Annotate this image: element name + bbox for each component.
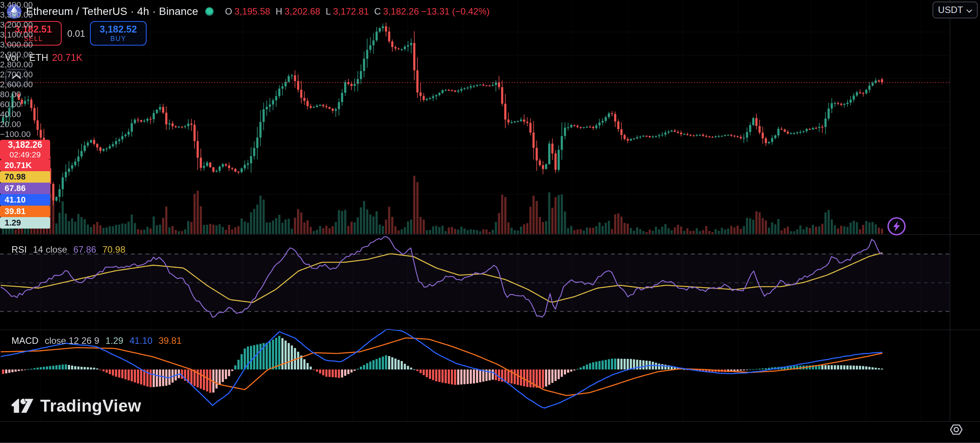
rsi-axis-value-label: 67.86: [0, 183, 50, 194]
price-axis-label: 2,800.00: [0, 60, 50, 70]
macd-signal-axis-label: 39.81: [0, 206, 50, 217]
last-price-label: 3,182.2602:49:29: [0, 140, 50, 160]
macd-hist-value: 1.29: [105, 335, 123, 346]
time-axis-label: 28: [0, 348, 25, 358]
buy-button[interactable]: 3,182.52 BUY: [90, 21, 147, 46]
close-label: C: [374, 6, 381, 17]
symbol-header: Ethereum / TetherUS · 4h · Binance O3,19…: [7, 3, 490, 20]
time-axis-label: 4: [0, 368, 25, 378]
low-value: 3,172.81: [333, 6, 369, 17]
symbol-title[interactable]: Ethereum / TetherUS · 4h · Binance: [26, 5, 198, 18]
rsi-axis-label: 40.00: [0, 110, 50, 119]
time-axis-label: 16: [0, 308, 25, 318]
axis-labels-layer: 3,400.003,300.003,200.003,100.003,000.00…: [0, 0, 50, 388]
rsi-axis-label: 60.00: [0, 100, 50, 110]
tradingview-watermark[interactable]: TradingView: [10, 394, 141, 417]
rsi-value: 67.86: [73, 244, 96, 255]
price-axis-label: 2,900.00: [0, 50, 50, 60]
time-axis-label: 19: [0, 318, 25, 328]
time-axis-label: 7: [0, 278, 25, 288]
time-axis-label: 26: [0, 248, 25, 258]
price-axis-label: 3,100.00: [0, 30, 50, 40]
volume-value: 20.71K: [52, 52, 82, 63]
change-value: −13.31 (−0.42%): [421, 6, 490, 17]
lightning-bolt-icon: [887, 231, 906, 237]
macd-signal-value: 39.81: [158, 335, 181, 346]
time-axis-label: 10: [0, 288, 25, 298]
buy-label: BUY: [110, 34, 126, 43]
tradingview-chart-window: Ethereum / TetherUS · 4h · Binance O3,19…: [0, 0, 980, 443]
time-axis-label: 22: [0, 328, 25, 338]
tradingview-logo-icon: [10, 394, 35, 417]
time-axis-label: 2026: [0, 358, 25, 368]
time-axis-label: 7: [0, 378, 25, 388]
price-axis[interactable]: [950, 0, 980, 421]
rsi-ma-axis-label: 70.98: [0, 171, 50, 183]
low-label: L: [326, 6, 331, 17]
time-axis-label: 20: [0, 229, 25, 239]
macd-line-value: 41.10: [129, 335, 152, 346]
last-price-value: 3,182.26: [0, 140, 50, 150]
price-axis-label: 3,200.00: [0, 20, 50, 30]
open-label: O: [225, 6, 232, 17]
open-value: 3,195.58: [235, 6, 270, 17]
high-value: 3,202.68: [284, 6, 320, 17]
rsi-axis-label: 80.00: [0, 90, 50, 100]
buy-price: 3,182.52: [100, 24, 137, 34]
volume-axis-label: 20.71K: [0, 160, 50, 171]
market-status-icon[interactable]: [205, 7, 214, 16]
time-axis-label: 4: [0, 268, 25, 278]
time-axis[interactable]: [0, 421, 980, 443]
price-axis-label: 2,700.00: [0, 70, 50, 80]
ohlc-values: O3,195.58 H3,202.68 L3,172.81 C3,182.26 …: [222, 6, 490, 17]
high-label: H: [276, 6, 282, 17]
macd-axis-label: −100.00: [0, 129, 50, 139]
macd-line-axis-label: 41.10: [0, 194, 50, 206]
macd-params: close 12 26 9: [45, 335, 100, 346]
macd-hist-axis-label: 1.29: [0, 217, 50, 229]
chart-overlay: Ethereum / TetherUS · 4h · Binance O3,19…: [0, 0, 980, 443]
bar-countdown: 02:49:29: [0, 150, 50, 159]
time-axis-label: 23: [0, 239, 25, 248]
rsi-axis-label: 20.00: [0, 119, 50, 129]
price-axis-label: 2,600.00: [0, 80, 50, 90]
time-axis-label: Dec: [0, 258, 25, 268]
price-axis-label: 3,400.00: [0, 0, 50, 10]
price-axis-label: 3,300.00: [0, 10, 50, 20]
price-axis-label: 3,000.00: [0, 40, 50, 50]
spread-value: 0.01: [65, 28, 87, 39]
rsi-ma-value: 70.98: [102, 244, 125, 255]
close-value: 3,182.26: [383, 6, 419, 17]
tradingview-watermark-text: TradingView: [40, 396, 141, 415]
time-axis-label: 25: [0, 338, 25, 348]
instant-trading-button[interactable]: [887, 216, 906, 236]
time-axis-label: 13: [0, 298, 25, 308]
